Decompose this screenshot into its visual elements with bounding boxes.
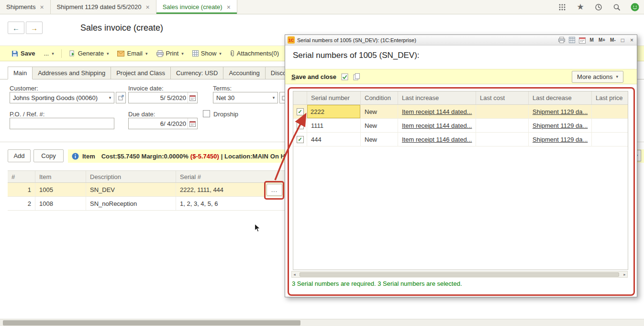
calendar-icon[interactable] bbox=[188, 92, 197, 103]
cell-serial: 444 bbox=[307, 133, 361, 146]
last-increase-link[interactable]: Item receipt 1144 dated... bbox=[402, 122, 472, 129]
m-button[interactable]: M bbox=[589, 37, 594, 43]
doctab-main[interactable]: Main bbox=[8, 67, 33, 79]
last-decrease-link[interactable]: Shipment 1129 da... bbox=[533, 108, 588, 115]
col-serial-number[interactable]: Serial number bbox=[307, 91, 361, 104]
dialog-toolbar: Save and close More actions ▾ bbox=[285, 69, 637, 84]
last-decrease-link[interactable]: Shipment 1129 da... bbox=[533, 122, 588, 129]
col-last-increase[interactable]: Last increase bbox=[398, 91, 476, 104]
chevron-down-icon: ▾ bbox=[219, 51, 222, 56]
serial-numbers-dialog: 1C Serial numbers of 1005 (SN_DEV): (1C:… bbox=[285, 34, 637, 297]
terms-label: Terms: bbox=[213, 85, 232, 92]
table-row[interactable]: 1 1005 SN_DEV 2222, 1111, 444 ... bbox=[8, 183, 304, 197]
save-label: Save bbox=[21, 50, 35, 57]
show-button[interactable]: Show ▾ bbox=[189, 48, 225, 59]
col-condition[interactable]: Condition bbox=[361, 91, 398, 104]
print-icon[interactable] bbox=[558, 37, 565, 43]
invoice-date-field[interactable]: 5/ 5/2020 bbox=[128, 92, 198, 103]
close-icon[interactable]: × bbox=[629, 37, 634, 44]
calendar-icon[interactable] bbox=[579, 37, 586, 44]
cell-last-price bbox=[592, 119, 627, 132]
table-row[interactable]: ✓ 1111 New Item receipt 1144 dated... Sh… bbox=[293, 119, 628, 133]
save-button[interactable]: Save bbox=[8, 48, 39, 59]
favorites-star-icon[interactable]: ★ bbox=[576, 3, 585, 11]
history-icon[interactable] bbox=[594, 3, 603, 11]
doctab-accounting[interactable]: Accounting bbox=[223, 67, 265, 79]
chevron-down-icon[interactable]: ▾ bbox=[270, 92, 278, 103]
user-avatar-icon[interactable] bbox=[631, 3, 639, 11]
table-row[interactable]: ✓ 444 New Item receipt 1146 dated... Shi… bbox=[293, 133, 628, 146]
tab-shipment-1129[interactable]: Shipment 1129 dated 5/5/2020 × bbox=[51, 0, 156, 14]
row-checkbox[interactable]: ✓ bbox=[297, 122, 304, 129]
copy-icon[interactable] bbox=[353, 73, 360, 80]
check-icon: ✓ bbox=[298, 123, 302, 129]
customer-combobox[interactable]: Johns Sporting Goods (00060) ▾ bbox=[10, 92, 114, 103]
table-row[interactable]: 2 1008 SN_noReception 1, 2, 3, 4, 5, 6 bbox=[8, 197, 304, 211]
calendar-icon[interactable] bbox=[188, 118, 197, 129]
col-last-decrease[interactable]: Last decrease bbox=[529, 91, 592, 104]
scrollbar-thumb[interactable] bbox=[3, 320, 300, 326]
due-date-field[interactable]: 6/ 4/2020 bbox=[128, 118, 198, 129]
tab-sales-invoice-create[interactable]: Sales invoice (create) × bbox=[156, 0, 237, 14]
save-and-close-button[interactable]: Save and close bbox=[291, 73, 336, 80]
last-decrease-link[interactable]: Shipment 1129 da... bbox=[533, 136, 588, 143]
col-item[interactable]: Item bbox=[35, 171, 86, 182]
terms-combobox[interactable]: Net 30 ▾ bbox=[213, 92, 278, 103]
col-num[interactable]: # bbox=[8, 171, 35, 182]
last-increase-link[interactable]: Item receipt 1144 dated... bbox=[402, 108, 472, 115]
info-item-label: Item bbox=[82, 153, 95, 160]
po-ref-input[interactable] bbox=[10, 118, 114, 129]
scroll-left-icon[interactable]: ◄ bbox=[293, 273, 296, 276]
chevron-down-icon: ▾ bbox=[181, 51, 184, 56]
last-increase-link[interactable]: Item receipt 1146 dated... bbox=[402, 136, 472, 143]
print-button[interactable]: Print ▾ bbox=[153, 48, 188, 59]
doctab-project-class[interactable]: Project and Class bbox=[111, 67, 171, 79]
scrollbar-thumb[interactable] bbox=[300, 272, 619, 277]
m-plus-button[interactable]: M+ bbox=[598, 37, 606, 43]
close-icon[interactable]: × bbox=[227, 4, 231, 11]
forward-button[interactable]: → bbox=[26, 22, 43, 34]
doctab-label: Currency: USD bbox=[176, 69, 218, 77]
save-more-button[interactable]: ... ▾ bbox=[40, 48, 57, 59]
table-row[interactable]: ✓ 2222 New Item receipt 1144 dated... Sh… bbox=[293, 105, 628, 119]
chevron-down-icon: ▾ bbox=[107, 51, 109, 56]
dialog-horizontal-scrollbar[interactable]: ◄ ► bbox=[291, 271, 628, 278]
maximize-icon[interactable]: □ bbox=[620, 37, 625, 44]
table-icon[interactable] bbox=[569, 37, 575, 43]
scroll-right-icon[interactable]: ► bbox=[623, 273, 626, 276]
apps-grid-icon[interactable] bbox=[558, 3, 566, 11]
close-icon[interactable]: × bbox=[145, 4, 149, 11]
customer-open-button[interactable] bbox=[116, 92, 126, 103]
back-button[interactable]: ← bbox=[8, 22, 24, 34]
col-last-cost[interactable]: Last cost bbox=[476, 91, 529, 104]
doctab-addresses-shipping[interactable]: Addresses and Shipping bbox=[33, 67, 111, 79]
search-icon[interactable] bbox=[612, 3, 621, 11]
horizontal-scrollbar[interactable] bbox=[0, 319, 644, 326]
invoice-date-value: 5/ 5/2020 bbox=[129, 92, 188, 103]
status-message: 3 Serial numbers are required. 3 Serial … bbox=[292, 280, 462, 287]
serial-picker-button[interactable]: ... bbox=[266, 184, 282, 196]
row-checkbox[interactable]: ✓ bbox=[297, 108, 304, 115]
page-title: Sales invoice (create) bbox=[80, 23, 163, 33]
invoice-lines-table: # Item Description Serial # 1 1005 SN_DE… bbox=[8, 170, 304, 211]
info-cost-text: Cost:$5.7450 Margin:0.0000% bbox=[101, 153, 189, 160]
copy-row-button[interactable]: Copy bbox=[33, 149, 64, 162]
doctab-currency[interactable]: Currency: USD bbox=[171, 67, 223, 79]
dialog-titlebar[interactable]: 1C Serial numbers of 1005 (SN_DEV): (1C:… bbox=[285, 35, 637, 45]
m-minus-button[interactable]: M- bbox=[610, 37, 616, 43]
tab-shipments[interactable]: Shipments × bbox=[0, 0, 51, 14]
serial-cell-editor[interactable]: 2222 bbox=[307, 105, 360, 118]
save-and-close-check-icon[interactable] bbox=[341, 73, 348, 80]
attachments-button[interactable]: Attachments(0) bbox=[226, 48, 283, 59]
email-button[interactable]: Email ▾ bbox=[113, 48, 151, 59]
chevron-down-icon[interactable]: ▾ bbox=[106, 92, 114, 103]
check-icon: ✓ bbox=[298, 109, 302, 115]
col-last-price[interactable]: Last price bbox=[592, 91, 627, 104]
more-actions-button[interactable]: More actions ▾ bbox=[572, 71, 623, 83]
add-row-button[interactable]: Add bbox=[8, 149, 31, 162]
col-description[interactable]: Description bbox=[86, 171, 176, 182]
dropship-checkbox[interactable] bbox=[203, 110, 210, 117]
generate-button[interactable]: Generate ▾ bbox=[65, 48, 113, 59]
close-icon[interactable]: × bbox=[40, 4, 44, 11]
row-checkbox[interactable]: ✓ bbox=[297, 136, 304, 143]
